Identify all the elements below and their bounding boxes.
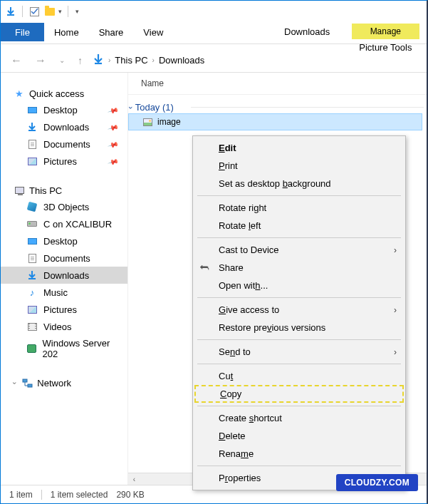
menu-item-copy[interactable]: Copy [194, 385, 404, 403]
checkbox-icon[interactable] [28, 6, 40, 17]
qa-dropdown-icon[interactable]: ▾ [58, 8, 62, 15]
menu-item-give-access[interactable]: Give access to› [193, 301, 405, 319]
pictures-icon [26, 304, 38, 315]
document-icon [26, 138, 38, 150]
tab-share[interactable]: Share [89, 23, 134, 42]
menu-item-cast[interactable]: Cast to Device› [193, 241, 405, 259]
ribbon-contextual: Manage Picture Tools [352, 22, 427, 56]
menu-item-delete[interactable]: Delete [193, 427, 405, 445]
down-arrow-icon[interactable] [5, 6, 16, 17]
download-icon [26, 269, 38, 281]
menu-item-print[interactable]: Print [193, 157, 405, 175]
tab-home[interactable]: Home [44, 23, 89, 42]
menu-item-restore-versions[interactable]: Restore previous versions [193, 319, 405, 336]
separator [22, 6, 23, 17]
chevron-right-icon[interactable]: › [108, 56, 110, 64]
pc-icon [14, 185, 25, 196]
menu-item-share[interactable]: ⮪Share [193, 259, 405, 277]
pin-icon: 📌 [108, 121, 119, 133]
ribbon-tabs: File Home Share View [1, 22, 173, 42]
breadcrumb-this-pc[interactable]: This PC [115, 55, 147, 66]
sidebar-item-pictures[interactable]: Pictures 📌 [1, 153, 127, 170]
menu-item-rename[interactable]: Rename [193, 445, 405, 463]
contextual-tab-manage[interactable]: Manage [352, 24, 419, 39]
breadcrumb[interactable]: › This PC › Downloads [93, 53, 204, 67]
status-item-count: 1 item [9, 490, 33, 500]
pin-icon: 📌 [108, 104, 119, 115]
sidebar-item-label: C on XCALIBUR [43, 219, 112, 230]
contextual-tab-picture-tools[interactable]: Picture Tools [353, 39, 417, 56]
nav-forward-icon[interactable]: → [32, 53, 49, 68]
sidebar-item-label: Desktop [43, 105, 78, 115]
separator [41, 490, 42, 500]
sidebar-item-pictures[interactable]: Pictures [1, 301, 127, 318]
chevron-right-icon[interactable]: › [152, 56, 155, 64]
menu-separator [197, 339, 401, 340]
tab-file[interactable]: File [1, 23, 44, 41]
sidebar-item-windows-server[interactable]: Windows Server 202 [1, 335, 127, 362]
network-icon [21, 377, 33, 389]
menu-item-edit[interactable]: Edit [193, 139, 405, 157]
sidebar-item-downloads[interactable]: Downloads 📌 [1, 118, 127, 135]
sidebar-item-label: Music [43, 287, 68, 298]
sidebar-item-desktop[interactable]: Desktop [1, 232, 127, 250]
nav-back-icon[interactable]: ← [8, 53, 25, 68]
scroll-left-icon[interactable]: ‹ [128, 473, 140, 485]
sidebar-item-music[interactable]: ♪ Music [1, 284, 127, 301]
tab-view[interactable]: View [133, 23, 173, 42]
star-icon: ★ [14, 88, 25, 99]
sidebar-item-3d-objects[interactable]: 3D Objects [1, 198, 127, 215]
sidebar-item-desktop[interactable]: Desktop 📌 [1, 101, 127, 118]
separator [68, 6, 68, 17]
menu-item-cut[interactable]: Cut [193, 367, 405, 385]
svg-rect-2 [28, 384, 32, 387]
location-icon [93, 53, 104, 67]
breadcrumb-downloads[interactable]: Downloads [159, 55, 204, 66]
qa-overflow-icon[interactable]: ▾ [75, 8, 79, 15]
context-menu: Edit Print Set as desktop background Rot… [192, 135, 406, 490]
menu-item-send-to[interactable]: Send to› [193, 343, 405, 361]
sidebar-quick-access[interactable]: ★ Quick access [1, 86, 127, 101]
download-icon [26, 121, 38, 133]
menu-separator [197, 195, 401, 196]
sidebar-label: This PC [29, 185, 62, 196]
3d-icon [26, 201, 38, 212]
file-name-label: image [157, 117, 181, 127]
sidebar-item-label: Videos [43, 322, 72, 332]
sidebar-network[interactable]: › Network [1, 375, 127, 391]
watermark: CLOUDZY.COM [336, 474, 418, 491]
column-header-name[interactable]: Name [128, 73, 427, 95]
sidebar-item-downloads[interactable]: Downloads [1, 267, 127, 284]
sidebar-item-drive-c[interactable]: C on XCALIBUR [1, 215, 127, 232]
status-size: 290 KB [116, 490, 144, 500]
sidebar-item-label: Pictures [43, 304, 77, 315]
nav-recent-icon[interactable]: ⌄ [56, 55, 68, 66]
menu-item-rotate-left[interactable]: Rotate left [193, 217, 405, 235]
folder-icon[interactable] [44, 6, 56, 17]
image-file-icon [142, 116, 153, 128]
sidebar-this-pc[interactable]: This PC [1, 182, 127, 198]
sidebar-item-label: 3D Objects [43, 202, 89, 212]
nav-up-icon[interactable]: ↑ [75, 53, 85, 68]
menu-item-create-shortcut[interactable]: Create shortcut [193, 409, 405, 427]
menu-separator [197, 466, 401, 466]
menu-separator [197, 364, 401, 364]
menu-item-open-with[interactable]: Open with... [193, 277, 405, 294]
sidebar-item-documents[interactable]: Documents 📌 [1, 135, 127, 153]
sidebar-item-label: Windows Server 202 [43, 338, 120, 359]
chevron-down-icon: › [128, 106, 135, 109]
status-selection: 1 item selected [51, 490, 108, 500]
chevron-right-icon: › [394, 245, 397, 255]
sidebar-item-label: Pictures [43, 156, 77, 167]
sidebar-item-videos[interactable]: Videos [1, 318, 127, 335]
menu-item-set-background[interactable]: Set as desktop background [193, 175, 405, 192]
sidebar-item-documents[interactable]: Documents [1, 250, 127, 267]
sidebar-item-label: Desktop [43, 236, 78, 247]
menu-item-rotate-right[interactable]: Rotate right [193, 199, 405, 217]
chevron-right-icon[interactable]: › [11, 381, 19, 384]
group-label: Today (1) [135, 102, 174, 113]
file-row-image[interactable]: image [128, 113, 422, 130]
pin-icon: 📌 [108, 155, 119, 167]
drive-icon [26, 218, 38, 230]
desktop-icon [26, 235, 38, 247]
